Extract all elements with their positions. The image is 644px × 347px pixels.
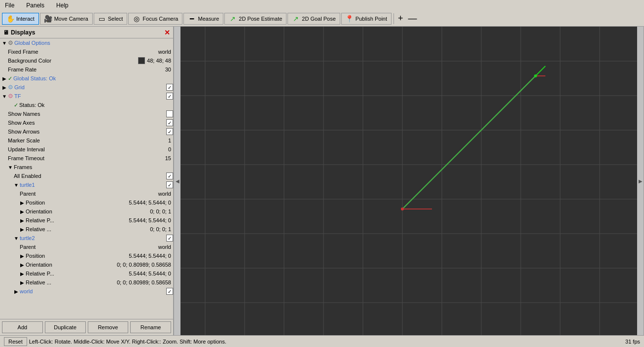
turtle1-relp-expand[interactable]: ▶ — [20, 218, 25, 223]
svg-rect-0 — [180, 27, 637, 335]
2d-pose-button[interactable]: ↗ 2D Pose Estimate — [224, 13, 286, 25]
turtle1-checkbox[interactable] — [166, 181, 173, 188]
tf-status-check-icon: ✓ — [14, 102, 18, 108]
grid-expand[interactable]: ▶ — [2, 85, 7, 90]
add-button[interactable]: Add — [2, 321, 43, 333]
frame-rate-label: Frame Rate — [8, 67, 165, 72]
grid-icon: ⚙ — [8, 84, 13, 91]
turtle2-orientation-value: 0; 0; 0.80989; 0.58658 — [117, 262, 173, 268]
turtle2-relative-p-value: 5.5444; 5.5444; 0 — [129, 271, 173, 277]
svg-point-25 — [401, 208, 404, 210]
frames-label: Frames — [14, 164, 173, 170]
toolbar-minus-button[interactable]: — — [406, 13, 419, 24]
frame-rate-row: Frame Rate 30 — [0, 65, 173, 74]
bg-color-swatch[interactable] — [138, 57, 145, 64]
check-icon: ✓ — [8, 75, 12, 82]
turtle2-row[interactable]: ▼ turtle2 — [0, 234, 173, 243]
right-collapse-handle[interactable]: ▶ — [637, 27, 644, 335]
turtle2-orientation-label: Orientation — [26, 262, 117, 268]
menu-help[interactable]: Help — [53, 1, 72, 10]
turtle1-ori-expand[interactable]: ▶ — [20, 209, 25, 214]
camera-icon: 🎥 — [44, 15, 52, 23]
tf-row[interactable]: ▼ ⚙ TF — [0, 92, 173, 101]
turtle1-pos-expand[interactable]: ▶ — [20, 200, 25, 205]
update-interval-value[interactable]: 0 — [168, 146, 173, 152]
focus-camera-button[interactable]: ◎ Focus Camera — [128, 13, 182, 25]
turtle1-expand[interactable]: ▼ — [14, 182, 19, 187]
displays-panel: 🖥 Displays ✕ ▼ ⚙ Global Options Fixed Fr… — [0, 27, 174, 335]
frame-timeout-value[interactable]: 15 — [165, 155, 173, 161]
show-names-label: Show Names — [8, 111, 166, 117]
show-names-checkbox[interactable] — [166, 110, 173, 117]
global-options-label: Global Options — [14, 40, 173, 46]
turtle2-ori-expand[interactable]: ▶ — [20, 262, 25, 267]
toolbar-separator — [394, 13, 394, 24]
frame-rate-value[interactable]: 30 — [165, 67, 173, 72]
marker-scale-value[interactable]: 1 — [168, 138, 173, 143]
toolbar-plus-button[interactable]: + — [396, 13, 405, 24]
frames-expand[interactable]: ▼ — [8, 165, 13, 170]
gear-icon: ⚙ — [8, 39, 13, 46]
global-options-expand[interactable]: ▼ — [2, 40, 7, 45]
rename-button[interactable]: Rename — [130, 321, 171, 333]
turtle1-parent-row: Parent world — [0, 189, 173, 198]
reset-button[interactable]: Reset — [4, 337, 27, 346]
turtle1-relative-label: Relative ... — [26, 226, 150, 232]
turtle1-relative-p-value: 5.5444; 5.5444; 0 — [129, 217, 173, 223]
interact-icon: ✋ — [6, 15, 14, 23]
world-row[interactable]: ▶ world — [0, 287, 173, 296]
show-arrows-checkbox[interactable] — [166, 128, 173, 135]
world-expand[interactable]: ▶ — [14, 289, 19, 294]
show-axes-checkbox[interactable] — [166, 119, 173, 126]
turtle1-rel-expand[interactable]: ▶ — [20, 227, 25, 232]
all-enabled-checkbox[interactable] — [166, 173, 173, 179]
global-options-row[interactable]: ▼ ⚙ Global Options — [0, 38, 173, 47]
all-enabled-label: All Enabled — [14, 173, 166, 179]
frame-timeout-row: Frame Timeout 15 — [0, 154, 173, 163]
turtle2-checkbox[interactable] — [166, 235, 173, 242]
select-button[interactable]: ▭ Select — [94, 13, 128, 25]
tf-status-row: ✓ Status: Ok — [0, 101, 173, 109]
goal-pose-icon: ↗ — [292, 15, 300, 23]
turtle2-label: turtle2 — [20, 235, 166, 241]
move-camera-button[interactable]: 🎥 Move Camera — [40, 13, 93, 25]
world-checkbox[interactable] — [166, 288, 173, 295]
panel-content: ▼ ⚙ Global Options Fixed Frame world Bac… — [0, 38, 173, 319]
turtle2-position-value: 5.5444; 5.5444; 0 — [129, 253, 173, 259]
menu-panels[interactable]: Panels — [23, 1, 47, 10]
show-axes-label: Show Axes — [8, 120, 166, 126]
viewport[interactable] — [180, 27, 637, 335]
interact-button[interactable]: ✋ Interact — [2, 13, 39, 25]
publish-point-button[interactable]: 📍 Publish Point — [341, 13, 392, 25]
turtle1-orientation-row: ▶ Orientation 0; 0; 0; 1 — [0, 207, 173, 216]
turtle2-rel-expand[interactable]: ▶ — [20, 280, 25, 285]
turtle1-orientation-label: Orientation — [26, 208, 150, 214]
fixed-frame-value[interactable]: world — [158, 49, 173, 55]
turtle2-expand[interactable]: ▼ — [14, 236, 19, 241]
turtle1-row[interactable]: ▼ turtle1 — [0, 180, 173, 189]
global-status-expand[interactable]: ▶ — [2, 76, 7, 81]
turtle1-relative-row: ▶ Relative ... 0; 0; 0; 1 — [0, 225, 173, 234]
tf-checkbox[interactable] — [166, 93, 173, 100]
marker-scale-label: Marker Scale — [8, 138, 168, 143]
menu-file[interactable]: File — [2, 1, 17, 10]
2d-goal-button[interactable]: ↗ 2D Goal Pose — [287, 13, 340, 25]
panel-close-button[interactable]: ✕ — [164, 29, 170, 36]
remove-button[interactable]: Remove — [88, 321, 129, 333]
grid-checkbox[interactable] — [166, 84, 173, 91]
global-status-row: ▶ ✓ Global Status: Ok — [0, 74, 173, 83]
grid-row[interactable]: ▶ ⚙ Grid — [0, 83, 173, 92]
duplicate-button[interactable]: Duplicate — [45, 321, 86, 333]
tf-expand[interactable]: ▼ — [2, 94, 7, 99]
grid-label: Grid — [14, 84, 166, 90]
turtle2-pos-expand[interactable]: ▶ — [20, 253, 25, 258]
left-collapse-handle[interactable]: ◀ — [174, 27, 180, 335]
turtle2-relp-expand[interactable]: ▶ — [20, 271, 25, 276]
frames-row[interactable]: ▼ Frames — [0, 163, 173, 172]
marker-scale-row: Marker Scale 1 — [0, 136, 173, 145]
turtle1-relative-p-row: ▶ Relative P... 5.5444; 5.5444; 0 — [0, 216, 173, 225]
show-axes-row: Show Axes — [0, 118, 173, 127]
panel-header: 🖥 Displays ✕ — [0, 27, 173, 38]
update-interval-row: Update Interval 0 — [0, 145, 173, 154]
measure-button[interactable]: ━ Measure — [183, 13, 223, 25]
